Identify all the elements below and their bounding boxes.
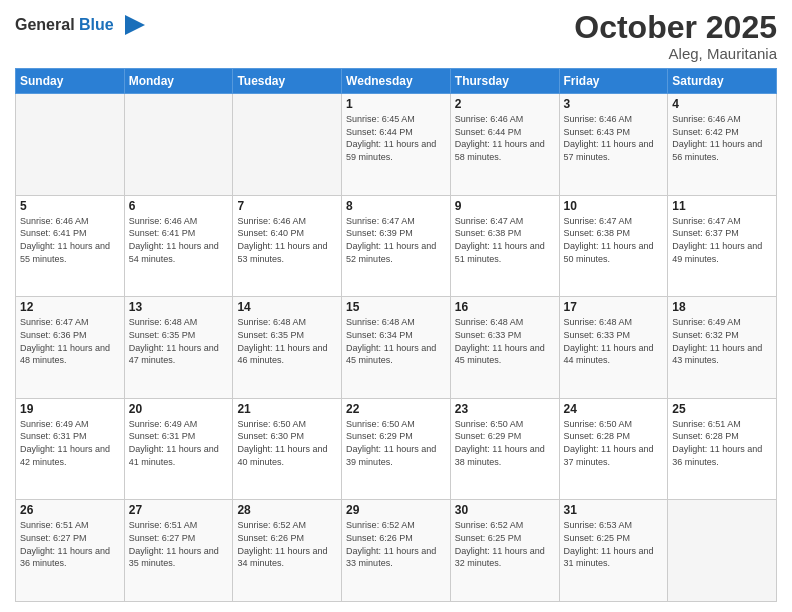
day-info: Sunrise: 6:46 AMSunset: 6:43 PMDaylight:…	[564, 113, 664, 163]
day-number: 2	[455, 97, 555, 111]
table-row: 3Sunrise: 6:46 AMSunset: 6:43 PMDaylight…	[559, 94, 668, 196]
day-number: 12	[20, 300, 120, 314]
table-row: 26Sunrise: 6:51 AMSunset: 6:27 PMDayligh…	[16, 500, 125, 602]
day-info: Sunrise: 6:52 AMSunset: 6:25 PMDaylight:…	[455, 519, 555, 569]
logo: General Blue	[15, 10, 147, 40]
col-sunday: Sunday	[16, 69, 125, 94]
calendar-week-row: 12Sunrise: 6:47 AMSunset: 6:36 PMDayligh…	[16, 297, 777, 399]
day-info: Sunrise: 6:46 AMSunset: 6:42 PMDaylight:…	[672, 113, 772, 163]
day-number: 8	[346, 199, 446, 213]
logo-blue: Blue	[79, 16, 114, 33]
table-row: 8Sunrise: 6:47 AMSunset: 6:39 PMDaylight…	[342, 195, 451, 297]
table-row: 1Sunrise: 6:45 AMSunset: 6:44 PMDaylight…	[342, 94, 451, 196]
day-info: Sunrise: 6:51 AMSunset: 6:27 PMDaylight:…	[129, 519, 229, 569]
day-info: Sunrise: 6:49 AMSunset: 6:31 PMDaylight:…	[20, 418, 120, 468]
table-row: 20Sunrise: 6:49 AMSunset: 6:31 PMDayligh…	[124, 398, 233, 500]
day-info: Sunrise: 6:50 AMSunset: 6:29 PMDaylight:…	[455, 418, 555, 468]
day-number: 26	[20, 503, 120, 517]
day-info: Sunrise: 6:49 AMSunset: 6:32 PMDaylight:…	[672, 316, 772, 366]
table-row: 11Sunrise: 6:47 AMSunset: 6:37 PMDayligh…	[668, 195, 777, 297]
day-info: Sunrise: 6:51 AMSunset: 6:27 PMDaylight:…	[20, 519, 120, 569]
page: General Blue October 2025 Aleg, Mauritan…	[0, 0, 792, 612]
day-info: Sunrise: 6:48 AMSunset: 6:35 PMDaylight:…	[237, 316, 337, 366]
col-saturday: Saturday	[668, 69, 777, 94]
table-row	[124, 94, 233, 196]
day-number: 15	[346, 300, 446, 314]
day-info: Sunrise: 6:50 AMSunset: 6:28 PMDaylight:…	[564, 418, 664, 468]
table-row: 10Sunrise: 6:47 AMSunset: 6:38 PMDayligh…	[559, 195, 668, 297]
day-info: Sunrise: 6:48 AMSunset: 6:34 PMDaylight:…	[346, 316, 446, 366]
day-info: Sunrise: 6:47 AMSunset: 6:36 PMDaylight:…	[20, 316, 120, 366]
table-row: 29Sunrise: 6:52 AMSunset: 6:26 PMDayligh…	[342, 500, 451, 602]
day-number: 27	[129, 503, 229, 517]
day-info: Sunrise: 6:45 AMSunset: 6:44 PMDaylight:…	[346, 113, 446, 163]
day-number: 7	[237, 199, 337, 213]
day-number: 10	[564, 199, 664, 213]
day-info: Sunrise: 6:47 AMSunset: 6:37 PMDaylight:…	[672, 215, 772, 265]
month-title: October 2025	[574, 10, 777, 45]
day-number: 3	[564, 97, 664, 111]
day-number: 18	[672, 300, 772, 314]
day-number: 11	[672, 199, 772, 213]
day-number: 4	[672, 97, 772, 111]
day-number: 25	[672, 402, 772, 416]
day-number: 6	[129, 199, 229, 213]
logo-icon	[117, 10, 147, 40]
day-number: 28	[237, 503, 337, 517]
table-row: 7Sunrise: 6:46 AMSunset: 6:40 PMDaylight…	[233, 195, 342, 297]
day-info: Sunrise: 6:49 AMSunset: 6:31 PMDaylight:…	[129, 418, 229, 468]
table-row: 6Sunrise: 6:46 AMSunset: 6:41 PMDaylight…	[124, 195, 233, 297]
table-row: 13Sunrise: 6:48 AMSunset: 6:35 PMDayligh…	[124, 297, 233, 399]
day-number: 16	[455, 300, 555, 314]
day-info: Sunrise: 6:46 AMSunset: 6:41 PMDaylight:…	[129, 215, 229, 265]
day-number: 9	[455, 199, 555, 213]
calendar-week-row: 26Sunrise: 6:51 AMSunset: 6:27 PMDayligh…	[16, 500, 777, 602]
day-info: Sunrise: 6:46 AMSunset: 6:40 PMDaylight:…	[237, 215, 337, 265]
day-info: Sunrise: 6:47 AMSunset: 6:38 PMDaylight:…	[455, 215, 555, 265]
day-number: 1	[346, 97, 446, 111]
table-row: 16Sunrise: 6:48 AMSunset: 6:33 PMDayligh…	[450, 297, 559, 399]
svg-marker-0	[125, 15, 145, 35]
table-row: 30Sunrise: 6:52 AMSunset: 6:25 PMDayligh…	[450, 500, 559, 602]
day-info: Sunrise: 6:51 AMSunset: 6:28 PMDaylight:…	[672, 418, 772, 468]
table-row: 17Sunrise: 6:48 AMSunset: 6:33 PMDayligh…	[559, 297, 668, 399]
table-row: 23Sunrise: 6:50 AMSunset: 6:29 PMDayligh…	[450, 398, 559, 500]
table-row: 9Sunrise: 6:47 AMSunset: 6:38 PMDaylight…	[450, 195, 559, 297]
table-row: 18Sunrise: 6:49 AMSunset: 6:32 PMDayligh…	[668, 297, 777, 399]
day-number: 5	[20, 199, 120, 213]
day-info: Sunrise: 6:52 AMSunset: 6:26 PMDaylight:…	[346, 519, 446, 569]
day-info: Sunrise: 6:47 AMSunset: 6:39 PMDaylight:…	[346, 215, 446, 265]
location: Aleg, Mauritania	[574, 45, 777, 62]
table-row: 5Sunrise: 6:46 AMSunset: 6:41 PMDaylight…	[16, 195, 125, 297]
day-number: 17	[564, 300, 664, 314]
day-number: 13	[129, 300, 229, 314]
table-row: 22Sunrise: 6:50 AMSunset: 6:29 PMDayligh…	[342, 398, 451, 500]
col-monday: Monday	[124, 69, 233, 94]
day-number: 20	[129, 402, 229, 416]
day-number: 24	[564, 402, 664, 416]
table-row	[16, 94, 125, 196]
table-row: 12Sunrise: 6:47 AMSunset: 6:36 PMDayligh…	[16, 297, 125, 399]
table-row: 31Sunrise: 6:53 AMSunset: 6:25 PMDayligh…	[559, 500, 668, 602]
col-wednesday: Wednesday	[342, 69, 451, 94]
header: General Blue October 2025 Aleg, Mauritan…	[15, 10, 777, 62]
col-tuesday: Tuesday	[233, 69, 342, 94]
day-info: Sunrise: 6:52 AMSunset: 6:26 PMDaylight:…	[237, 519, 337, 569]
table-row: 14Sunrise: 6:48 AMSunset: 6:35 PMDayligh…	[233, 297, 342, 399]
calendar-week-row: 1Sunrise: 6:45 AMSunset: 6:44 PMDaylight…	[16, 94, 777, 196]
day-info: Sunrise: 6:48 AMSunset: 6:35 PMDaylight:…	[129, 316, 229, 366]
day-info: Sunrise: 6:48 AMSunset: 6:33 PMDaylight:…	[564, 316, 664, 366]
day-number: 29	[346, 503, 446, 517]
table-row	[668, 500, 777, 602]
logo-general: General	[15, 16, 75, 33]
table-row: 28Sunrise: 6:52 AMSunset: 6:26 PMDayligh…	[233, 500, 342, 602]
calendar-week-row: 5Sunrise: 6:46 AMSunset: 6:41 PMDaylight…	[16, 195, 777, 297]
calendar-header-row: Sunday Monday Tuesday Wednesday Thursday…	[16, 69, 777, 94]
table-row: 27Sunrise: 6:51 AMSunset: 6:27 PMDayligh…	[124, 500, 233, 602]
day-number: 30	[455, 503, 555, 517]
calendar-week-row: 19Sunrise: 6:49 AMSunset: 6:31 PMDayligh…	[16, 398, 777, 500]
day-info: Sunrise: 6:48 AMSunset: 6:33 PMDaylight:…	[455, 316, 555, 366]
table-row: 4Sunrise: 6:46 AMSunset: 6:42 PMDaylight…	[668, 94, 777, 196]
table-row: 25Sunrise: 6:51 AMSunset: 6:28 PMDayligh…	[668, 398, 777, 500]
day-number: 22	[346, 402, 446, 416]
